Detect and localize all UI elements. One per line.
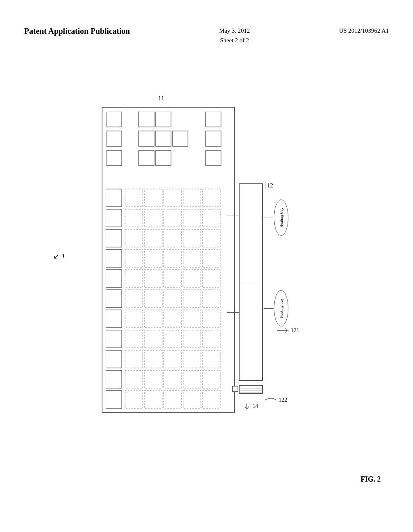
svg-rect-7 bbox=[173, 131, 188, 146]
bottom-cells-svg bbox=[106, 188, 232, 412]
svg-rect-69 bbox=[144, 370, 162, 388]
heating-tray-ellipse-bottom: Heating tray bbox=[274, 290, 288, 326]
svg-rect-72 bbox=[202, 370, 220, 388]
arrow-14 bbox=[243, 403, 251, 409]
top-cell-area bbox=[106, 112, 230, 184]
svg-rect-74 bbox=[125, 391, 143, 408]
bottom-connector-area: 122 14 bbox=[233, 381, 313, 413]
publication-date-sheet: May 3, 2012 Sheet 2 of 2 bbox=[219, 26, 250, 45]
label-121: 121 bbox=[277, 326, 299, 335]
heating-tray-label-top: Heating tray bbox=[264, 200, 288, 236]
top-cells-svg bbox=[106, 112, 232, 184]
svg-rect-4 bbox=[106, 131, 122, 146]
label-14-container: 14 bbox=[243, 403, 258, 409]
heating-assembly: 12 Heating tray Heati bbox=[239, 183, 291, 397]
label-1-container: ↙ 1 bbox=[53, 252, 65, 261]
svg-rect-59 bbox=[183, 330, 201, 348]
figure-label: FIG. 2 bbox=[361, 475, 381, 484]
svg-rect-58 bbox=[164, 330, 181, 348]
svg-rect-8 bbox=[206, 131, 221, 146]
svg-rect-0 bbox=[106, 112, 122, 127]
arrow-122 bbox=[265, 396, 277, 404]
svg-rect-71 bbox=[183, 370, 201, 388]
svg-rect-13 bbox=[106, 189, 122, 207]
svg-rect-34 bbox=[164, 249, 181, 267]
svg-rect-38 bbox=[125, 270, 143, 287]
connect-top bbox=[227, 216, 240, 216]
svg-rect-41 bbox=[183, 270, 201, 287]
svg-rect-75 bbox=[144, 391, 162, 408]
label-12: 12 bbox=[265, 181, 273, 189]
svg-rect-76 bbox=[164, 391, 181, 408]
svg-rect-42 bbox=[202, 270, 220, 287]
svg-rect-52 bbox=[164, 310, 181, 328]
heating-tray-text-top: Heating tray bbox=[279, 208, 284, 228]
svg-rect-63 bbox=[144, 350, 162, 368]
svg-rect-68 bbox=[125, 370, 143, 388]
svg-rect-16 bbox=[164, 189, 181, 207]
connector-lines-svg bbox=[240, 387, 263, 394]
device-body bbox=[102, 107, 235, 413]
patent-number: US 2012/103962 A1 bbox=[339, 26, 389, 35]
svg-rect-49 bbox=[106, 310, 122, 328]
svg-rect-27 bbox=[144, 229, 162, 247]
svg-rect-46 bbox=[164, 290, 181, 308]
label-14-text: 14 bbox=[252, 403, 258, 409]
heating-tray-rect bbox=[239, 183, 263, 381]
svg-rect-36 bbox=[202, 249, 220, 267]
svg-rect-14 bbox=[125, 189, 143, 207]
svg-rect-65 bbox=[183, 350, 201, 368]
svg-rect-57 bbox=[144, 330, 162, 348]
svg-rect-9 bbox=[106, 150, 122, 166]
svg-rect-62 bbox=[125, 350, 143, 368]
svg-rect-78 bbox=[202, 391, 220, 408]
svg-rect-22 bbox=[164, 209, 181, 227]
svg-rect-25 bbox=[106, 229, 122, 247]
svg-rect-3 bbox=[206, 112, 221, 127]
label-122-container: 122 bbox=[265, 396, 287, 404]
sheet-info: Sheet 2 of 2 bbox=[220, 37, 249, 44]
connector-rect bbox=[239, 385, 263, 394]
label-121-text: 121 bbox=[291, 327, 299, 334]
label-1-text: 1 bbox=[62, 253, 65, 260]
svg-rect-66 bbox=[202, 350, 220, 368]
svg-rect-5 bbox=[139, 131, 154, 146]
svg-rect-60 bbox=[202, 330, 220, 348]
bottom-grid-area bbox=[106, 188, 231, 409]
heating-tray-text-bottom: Heating tray bbox=[279, 298, 284, 318]
svg-rect-53 bbox=[183, 310, 201, 328]
svg-rect-15 bbox=[144, 189, 162, 207]
label-1-arrow: ↙ bbox=[53, 252, 59, 261]
svg-rect-70 bbox=[164, 370, 181, 388]
svg-rect-50 bbox=[125, 310, 143, 328]
svg-rect-39 bbox=[144, 270, 162, 287]
page-header: Patent Application Publication May 3, 20… bbox=[0, 26, 413, 45]
svg-rect-51 bbox=[144, 310, 162, 328]
svg-rect-77 bbox=[183, 391, 201, 408]
svg-rect-30 bbox=[202, 229, 220, 247]
svg-rect-67 bbox=[106, 370, 122, 388]
svg-rect-40 bbox=[164, 270, 181, 287]
svg-rect-2 bbox=[156, 112, 171, 127]
heating-tray-ellipse-top: Heating tray bbox=[274, 200, 288, 236]
svg-rect-43 bbox=[106, 290, 122, 308]
svg-rect-73 bbox=[106, 391, 122, 408]
label-12-text: 12 bbox=[267, 182, 273, 189]
svg-rect-61 bbox=[106, 350, 122, 368]
svg-rect-12 bbox=[206, 150, 221, 166]
connect-bottom bbox=[227, 312, 240, 313]
svg-rect-17 bbox=[183, 189, 201, 207]
svg-rect-32 bbox=[125, 249, 143, 267]
svg-rect-37 bbox=[106, 270, 122, 287]
svg-rect-10 bbox=[139, 150, 154, 166]
svg-rect-6 bbox=[156, 131, 171, 146]
svg-rect-31 bbox=[106, 249, 122, 267]
device-outer: 11 ↙ 1 bbox=[94, 95, 319, 425]
svg-rect-48 bbox=[202, 290, 220, 308]
diagram-area: 11 ↙ 1 bbox=[0, 69, 413, 451]
svg-rect-55 bbox=[106, 330, 122, 348]
svg-rect-23 bbox=[183, 209, 201, 227]
conn-line-top bbox=[264, 218, 274, 218]
label-122-text: 122 bbox=[279, 397, 287, 403]
svg-rect-29 bbox=[183, 229, 201, 247]
